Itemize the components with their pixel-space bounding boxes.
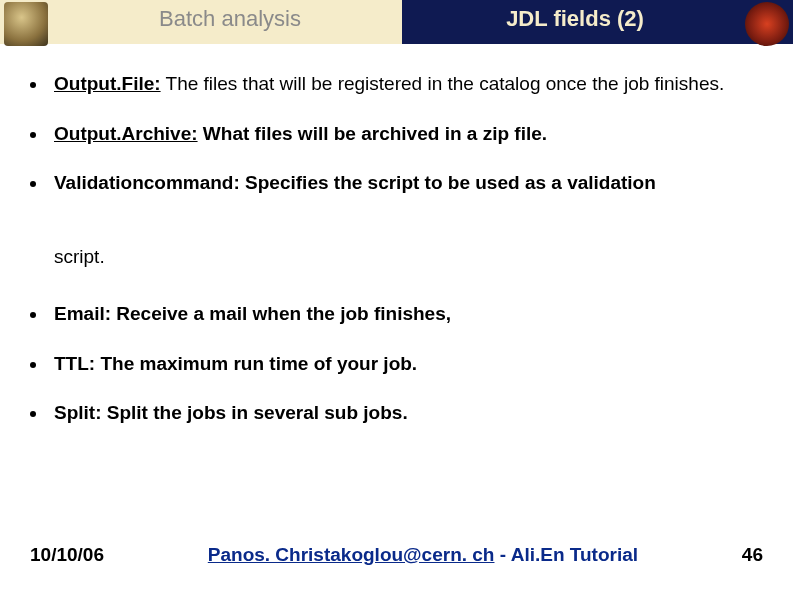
slide: Batch analysis JDL fields (2) Output.Fil… xyxy=(0,0,793,596)
footer-center: Panos. Christakoglou@cern. ch - Ali.En T… xyxy=(104,544,742,566)
footer: 10/10/06 Panos. Christakoglou@cern. ch -… xyxy=(30,544,763,566)
bullet-text: Validationcommand: Specifies the script … xyxy=(54,169,656,197)
slide-body: Output.File: The files that will be regi… xyxy=(30,70,763,449)
bullet-row: TTL: The maximum run time of your job. xyxy=(30,350,763,378)
bullet-text: Email: Receive a mail when the job finis… xyxy=(54,300,451,328)
bullet-key: Validationcommand: xyxy=(54,172,240,193)
bullet-key: Split: xyxy=(54,402,102,423)
bullet-dot-icon xyxy=(30,132,36,138)
bullet-key: Output.Archive: xyxy=(54,123,198,144)
bullet-text: TTL: The maximum run time of your job. xyxy=(54,350,417,378)
footer-date: 10/10/06 xyxy=(30,544,104,566)
footer-page-number: 46 xyxy=(742,544,763,566)
bullet-dot-icon xyxy=(30,411,36,417)
header-right-title: JDL fields (2) xyxy=(410,6,740,32)
bullet-rest: The maximum run time of your job. xyxy=(95,353,417,374)
bullet-row: Output.File: The files that will be regi… xyxy=(30,70,763,98)
footer-email: Panos. Christakoglou@cern. ch xyxy=(208,544,495,565)
bullet-row: Split: Split the jobs in several sub job… xyxy=(30,399,763,427)
bullet-row: Output.Archive: What files will be archi… xyxy=(30,120,763,148)
bullet-text: Output.Archive: What files will be archi… xyxy=(54,120,547,148)
header-left-title: Batch analysis xyxy=(60,6,400,32)
bullet-row: Validationcommand: Specifies the script … xyxy=(30,169,763,197)
bullet-rest: Receive a mail when the job finishes, xyxy=(111,303,451,324)
alice-octagon-icon xyxy=(745,2,789,46)
bullet-rest: Specifies the script to be used as a val… xyxy=(240,172,656,193)
bullet-dot-icon xyxy=(30,312,36,318)
bullet-key: Output.File: xyxy=(54,73,161,94)
bullet-text: Output.File: The files that will be regi… xyxy=(54,70,724,98)
bullet-rest: Split the jobs in several sub jobs. xyxy=(102,402,408,423)
bullet-rest: The files that will be registered in the… xyxy=(161,73,725,94)
bullet-dot-icon xyxy=(30,181,36,187)
bullet-key: Email: xyxy=(54,303,111,324)
header-bar: Batch analysis JDL fields (2) xyxy=(0,0,793,52)
bullet-continuation: script. xyxy=(54,243,763,271)
bullet-dot-icon xyxy=(30,362,36,368)
footer-separator: - xyxy=(494,544,510,565)
bullet-row: Email: Receive a mail when the job finis… xyxy=(30,300,763,328)
footer-tutorial: Ali.En Tutorial xyxy=(511,544,638,565)
bullet-key: TTL: xyxy=(54,353,95,374)
bullet-dot-icon xyxy=(30,82,36,88)
bullet-rest: What files will be archived in a zip fil… xyxy=(198,123,547,144)
sphinx-statue-icon xyxy=(4,2,48,46)
bullet-text: Split: Split the jobs in several sub job… xyxy=(54,399,408,427)
